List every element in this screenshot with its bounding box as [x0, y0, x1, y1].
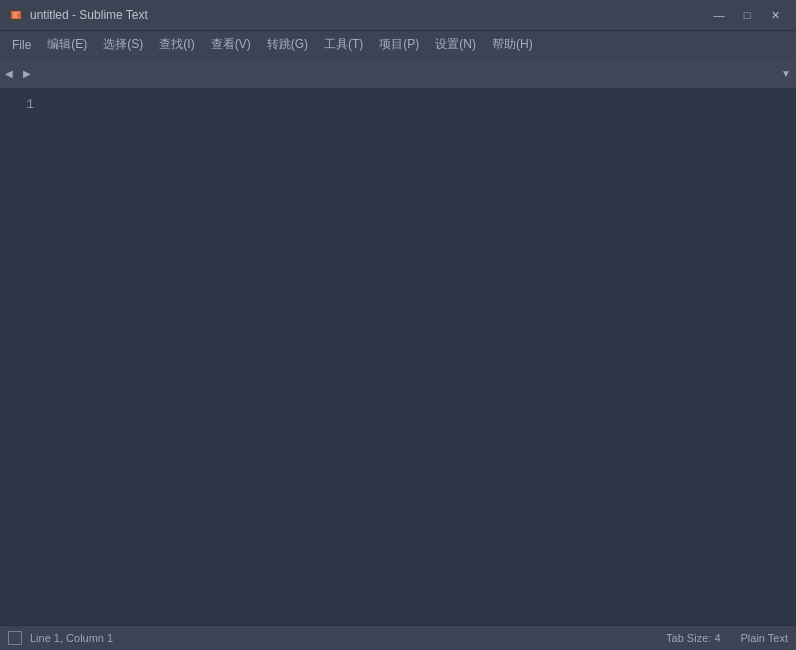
line-number-1: 1 [0, 90, 34, 116]
tab-next-button[interactable]: ▶ [18, 58, 36, 88]
status-left: Line 1, Column 1 [8, 631, 113, 645]
menu-select[interactable]: 选择(S) [95, 33, 151, 56]
maximize-button[interactable]: □ [734, 4, 760, 26]
tab-bar: ◀ ▶ ▼ [0, 58, 796, 88]
status-bar: Line 1, Column 1 Tab Size: 4 Plain Text [0, 625, 796, 650]
menu-goto[interactable]: 转跳(G) [259, 33, 316, 56]
menu-view[interactable]: 查看(V) [203, 33, 259, 56]
status-syntax[interactable]: Plain Text [741, 632, 789, 644]
menu-help[interactable]: 帮助(H) [484, 33, 541, 56]
title-left: untitled - Sublime Text [8, 7, 148, 23]
menu-edit[interactable]: 编辑(E) [39, 33, 95, 56]
status-position: Line 1, Column 1 [30, 632, 113, 644]
title-text: untitled - Sublime Text [30, 8, 148, 22]
menu-find[interactable]: 查找(I) [151, 33, 202, 56]
menu-settings[interactable]: 设置(N) [427, 33, 484, 56]
close-button[interactable]: ✕ [762, 4, 788, 26]
menu-tools[interactable]: 工具(T) [316, 33, 371, 56]
editor-textarea[interactable] [42, 88, 796, 625]
menu-file[interactable]: File [4, 35, 39, 55]
indent-icon [8, 631, 22, 645]
status-right: Tab Size: 4 Plain Text [666, 632, 788, 644]
tab-prev-button[interactable]: ◀ [0, 58, 18, 88]
indent-icon-container [8, 631, 22, 645]
status-tab-size[interactable]: Tab Size: 4 [666, 632, 720, 644]
menu-project[interactable]: 项目(P) [371, 33, 427, 56]
title-bar: untitled - Sublime Text — □ ✕ [0, 0, 796, 30]
app-icon [8, 7, 24, 23]
line-numbers: 1 [0, 88, 42, 625]
menu-bar: File 编辑(E) 选择(S) 查找(I) 查看(V) 转跳(G) 工具(T)… [0, 30, 796, 58]
editor-area: 1 [0, 88, 796, 625]
minimize-button[interactable]: — [706, 4, 732, 26]
window-controls: — □ ✕ [706, 4, 788, 26]
tab-dropdown-button[interactable]: ▼ [776, 58, 796, 88]
tab-nav-buttons: ◀ ▶ [0, 58, 36, 88]
